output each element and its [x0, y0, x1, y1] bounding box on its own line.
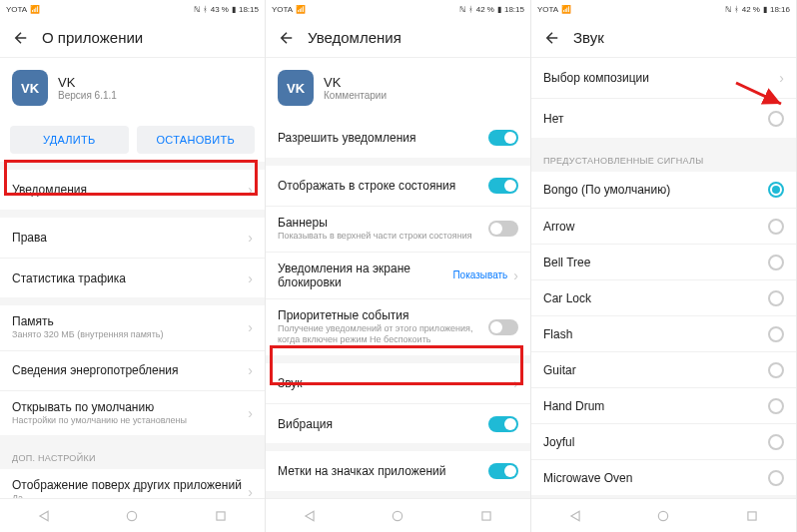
row-label: Метки на значках приложений — [278, 464, 488, 478]
ringtone-radio[interactable] — [768, 362, 784, 378]
battery-pct: 42 % — [742, 5, 760, 14]
ringtone-row[interactable]: Guitar — [531, 351, 796, 387]
row-vibration[interactable]: Вибрация — [266, 403, 530, 443]
row-traffic[interactable]: Статистика трафика › — [0, 258, 265, 297]
nav-back[interactable] — [35, 507, 53, 525]
back-button[interactable] — [10, 27, 32, 49]
row-rights[interactable]: Права › — [0, 218, 265, 258]
statusbar: YOTA 📶 ℕᚼ43 %▮18:15 — [0, 0, 265, 18]
page-title: Уведомления — [308, 29, 401, 46]
ringtone-radio[interactable] — [768, 255, 784, 270]
ringtone-label: Car Lock — [543, 291, 768, 305]
ringtone-label: Joyful — [543, 435, 768, 449]
ringtone-radio[interactable] — [768, 470, 784, 486]
navbar — [266, 498, 530, 532]
ringtone-row[interactable]: Flash — [531, 315, 796, 351]
ringtone-radio[interactable] — [768, 290, 784, 306]
row-none[interactable]: Нет — [531, 98, 796, 138]
row-memory[interactable]: Память Занято 320 МБ (внутренняя память)… — [0, 305, 265, 350]
nav-home[interactable] — [389, 507, 406, 525]
chevron-right-icon: › — [248, 230, 253, 246]
row-sound[interactable]: Звук › — [266, 363, 530, 403]
ringtone-row[interactable]: Hand Drum — [531, 387, 796, 423]
row-label: Нет — [543, 112, 768, 126]
battery-icon: ▮ — [497, 5, 501, 14]
bt-icon: ᚼ — [203, 5, 208, 14]
row-energy[interactable]: Сведения энергопотребления › — [0, 350, 265, 390]
ringtone-radio[interactable] — [768, 219, 784, 235]
row-value: Показывать — [452, 269, 507, 280]
ringtone-row[interactable]: Car Lock — [531, 279, 796, 315]
row-label: Приоритетные события — [278, 308, 488, 322]
row-label: Сведения энергопотребления — [12, 363, 242, 377]
toggle-banners[interactable] — [488, 221, 518, 237]
app-sub: Комментарии — [324, 90, 387, 101]
header: Уведомления — [266, 18, 530, 58]
clock: 18:16 — [770, 5, 790, 14]
nav-recent[interactable] — [212, 507, 230, 525]
action-row: УДАЛИТЬ ОСТАНОВИТЬ — [0, 118, 265, 162]
ringtone-row[interactable]: Arrow — [531, 208, 796, 244]
chevron-right-icon: › — [513, 267, 518, 283]
row-statusbar[interactable]: Отображать в строке состояния — [266, 166, 530, 206]
ringtone-radio[interactable] — [768, 326, 784, 342]
radio-none[interactable] — [768, 111, 784, 127]
row-notifications[interactable]: Уведомления › — [0, 170, 265, 210]
ringtone-radio[interactable] — [768, 182, 784, 198]
content: Выбор композиции › Нет ПРЕДУСТАНОВЛЕННЫЕ… — [531, 58, 796, 498]
row-label: Статистика трафика — [12, 271, 242, 285]
nfc-icon: ℕ — [194, 5, 200, 14]
row-label: Уведомления — [12, 183, 242, 197]
battery-icon: ▮ — [763, 5, 767, 14]
svg-point-5 — [659, 511, 668, 520]
ringtone-radio[interactable] — [768, 434, 784, 450]
app-name: VK — [324, 75, 387, 90]
back-button[interactable] — [276, 27, 298, 49]
row-label: Открывать по умолчанию — [12, 400, 242, 414]
row-sub: Настройки по умолчанию не установлены — [12, 415, 242, 427]
row-lockscreen[interactable]: Уведомления на экране блокировки Показыв… — [266, 252, 530, 298]
header: О приложении — [0, 18, 265, 58]
toggle-priority[interactable] — [488, 319, 518, 335]
stop-button[interactable]: ОСТАНОВИТЬ — [137, 126, 256, 154]
toggle-badges[interactable] — [488, 463, 518, 479]
content: VK VK Комментарии Разрешить уведомления … — [266, 58, 530, 498]
nav-home[interactable] — [123, 507, 141, 525]
row-badges[interactable]: Метки на значках приложений — [266, 451, 530, 491]
ringtone-label: Flash — [543, 327, 768, 341]
header: Звук — [531, 18, 796, 58]
ringtone-row[interactable]: Bell Tree — [531, 244, 796, 279]
row-label: Баннеры — [278, 216, 488, 230]
row-open-default[interactable]: Открывать по умолчанию Настройки по умол… — [0, 390, 265, 436]
nav-home[interactable] — [654, 507, 672, 525]
row-priority[interactable]: Приоритетные события Получение уведомлен… — [266, 298, 530, 355]
delete-button[interactable]: УДАЛИТЬ — [10, 126, 129, 154]
row-choose[interactable]: Выбор композиции › — [531, 58, 796, 98]
row-sub: Занято 320 МБ (внутренняя память) — [12, 329, 242, 341]
ringtone-label: Bongo (По умолчанию) — [543, 183, 768, 197]
nav-recent[interactable] — [743, 507, 761, 525]
nav-recent[interactable] — [477, 507, 495, 525]
page-title: О приложении — [42, 29, 143, 46]
ringtone-label: Arrow — [543, 220, 768, 234]
battery-icon: ▮ — [232, 5, 236, 14]
nav-back[interactable] — [301, 507, 319, 525]
svg-point-2 — [394, 511, 402, 520]
carrier: YOTA — [6, 5, 27, 14]
ringtone-radio[interactable] — [768, 398, 784, 414]
row-allow[interactable]: Разрешить уведомления — [266, 118, 530, 158]
navbar — [0, 498, 265, 532]
back-button[interactable] — [541, 27, 563, 49]
screen-sound: YOTA 📶 ℕᚼ42 %▮18:16 Звук Выбор композици… — [531, 0, 797, 532]
toggle-statusbar[interactable] — [488, 178, 518, 194]
ringtone-row[interactable]: Microwave Oven — [531, 459, 796, 495]
ringtone-row[interactable]: Joyful — [531, 423, 796, 459]
toggle-allow[interactable] — [488, 130, 518, 146]
nav-back[interactable] — [566, 507, 584, 525]
ringtone-row[interactable]: Bongo (По умолчанию) — [531, 172, 796, 208]
row-banners[interactable]: Баннеры Показывать в верхней части строк… — [266, 206, 530, 252]
app-version: Версия 6.1.1 — [58, 90, 117, 101]
row-overlay[interactable]: Отображение поверх других приложений Да … — [0, 469, 265, 498]
battery-pct: 42 % — [476, 5, 494, 14]
toggle-vibration[interactable] — [488, 416, 518, 432]
